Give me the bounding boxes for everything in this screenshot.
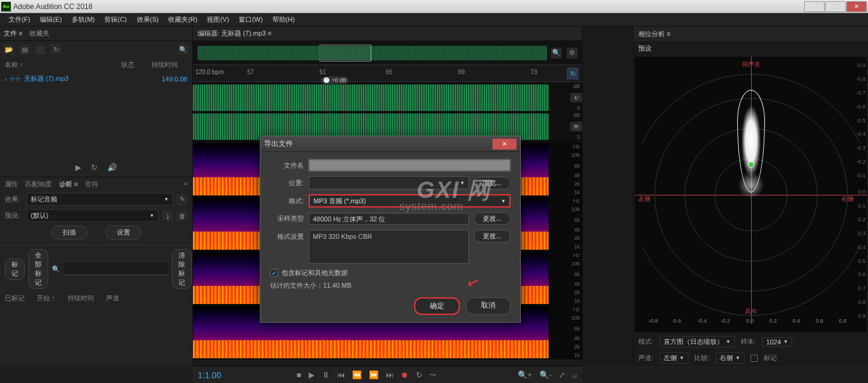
phase-y-tick: -0.9: [856, 62, 866, 68]
loop-icon[interactable]: ↻: [91, 163, 98, 172]
change-format-button[interactable]: 更改...: [474, 230, 511, 242]
minimize-button[interactable]: —: [804, 1, 825, 12]
menu-file[interactable]: 文件(F): [4, 14, 35, 25]
open-file-icon[interactable]: 📂: [4, 44, 14, 55]
mark-button[interactable]: 标记: [5, 258, 25, 280]
search-input[interactable]: [64, 263, 168, 275]
maximize-button[interactable]: ▢: [825, 1, 846, 12]
col-name[interactable]: 名称 ↑: [5, 60, 121, 69]
freq-label: 4k: [574, 173, 580, 179]
menu-multitrack[interactable]: 多轨(M): [67, 14, 100, 25]
mark-checkbox[interactable]: [750, 355, 758, 362]
scan-button[interactable]: 扫描: [51, 226, 87, 239]
phase-scope[interactable]: 同声道 左侧 右侧 反向 -0.9 -0.8 -0.7 -0.6 -0.5 -0…: [635, 57, 867, 332]
waveform-display[interactable]: L 🕐+0 dB R dB - ∞ -3 dB - ∞ -3: [193, 82, 582, 142]
gear-icon[interactable]: ✎: [177, 194, 187, 205]
record-icon[interactable]: ⬚: [35, 44, 46, 55]
menu-edit[interactable]: 编辑(E): [35, 14, 67, 25]
phase-preset-label: 预设: [638, 44, 652, 53]
menu-clip[interactable]: 剪辑(C): [99, 14, 131, 25]
selection-indicator[interactable]: [319, 45, 371, 62]
skip-start-button[interactable]: ⏮: [337, 370, 345, 379]
menu-help[interactable]: 帮助(H): [268, 14, 300, 25]
phase-x-tick: 0.0: [746, 318, 754, 324]
expand-icon[interactable]: ›: [5, 75, 7, 83]
bpm-label: 120.0 bpm: [195, 69, 224, 75]
tab-loudness[interactable]: 匹配响度: [25, 180, 52, 189]
col-dur[interactable]: 持续时间: [68, 294, 94, 303]
location-label: 位置:: [270, 179, 304, 188]
preset-dropdown[interactable]: (默认)▼: [27, 209, 159, 222]
record-button[interactable]: ⏺: [401, 370, 409, 379]
search-icon[interactable]: 🔍: [52, 265, 60, 273]
col-marked[interactable]: 已标记: [5, 294, 25, 303]
tab-favorites[interactable]: 收藏夹: [30, 29, 49, 38]
skip-end-button[interactable]: ⏭: [386, 370, 394, 379]
volume-icon[interactable]: 🔊: [107, 163, 117, 172]
clear-marks-button[interactable]: 清除标记: [172, 249, 192, 289]
col-duration[interactable]: 持续时间: [151, 60, 187, 69]
phase-x-tick: -0.6: [672, 318, 682, 324]
settings-icon[interactable]: ⚙: [567, 48, 577, 59]
compare-dropdown[interactable]: 右侧▼: [715, 352, 744, 364]
col-status[interactable]: 状态: [121, 60, 151, 69]
menu-view[interactable]: 视图(V): [202, 14, 234, 25]
editor-tab[interactable]: 编辑器: 无标题 (7).mp3 ≡: [198, 29, 272, 38]
filename-input[interactable]: [309, 159, 511, 171]
ok-button[interactable]: 确定: [414, 297, 460, 315]
dialog-close-button[interactable]: ✕: [492, 139, 517, 150]
settings-button[interactable]: 设置: [105, 226, 142, 239]
all-marks-button[interactable]: 全部标记: [28, 249, 48, 289]
stop-button[interactable]: ■: [297, 370, 301, 379]
tab-diagnostics[interactable]: 诊断 ≡: [59, 180, 78, 189]
phase-title[interactable]: 相位分析 ≡: [638, 30, 670, 39]
skip-selection-button[interactable]: ⤳: [430, 370, 436, 379]
menu-window[interactable]: 窗口(W): [234, 14, 268, 25]
browse-button[interactable]: 浏览...: [474, 177, 511, 189]
overflow-icon[interactable]: »: [184, 180, 187, 189]
play-button[interactable]: ▶: [309, 370, 315, 379]
gain-badge[interactable]: 🕐+0 dB: [321, 77, 349, 84]
loop-toggle-icon[interactable]: ↻: [567, 68, 579, 80]
dialog-title: 导出文件: [264, 139, 492, 149]
zoom-fit-icon[interactable]: ⤢: [559, 370, 565, 379]
effect-label: 效果:: [5, 195, 23, 204]
delete-preset-icon[interactable]: 🗑: [177, 210, 187, 221]
refresh-icon[interactable]: ↻: [51, 44, 61, 55]
pause-button[interactable]: ⏸: [322, 370, 330, 379]
timeline-ruler[interactable]: 120.0 bpm 57 61 65 69 73 ↻: [193, 65, 582, 82]
save-preset-icon[interactable]: ⭳: [162, 210, 173, 221]
change-sample-button[interactable]: 更改...: [474, 212, 511, 225]
cancel-button[interactable]: 取消: [466, 297, 511, 315]
dialog-titlebar[interactable]: 导出文件 ✕: [260, 136, 520, 152]
window-close-button[interactable]: ✕: [846, 1, 867, 12]
tab-files[interactable]: 文件 ≡: [4, 29, 22, 38]
include-metadata-checkbox[interactable]: ✔: [270, 269, 278, 277]
col-start[interactable]: 开始 ↑: [37, 294, 55, 303]
play-icon[interactable]: ▶: [75, 163, 81, 172]
loop-button[interactable]: ↻: [416, 370, 423, 379]
rewind-button[interactable]: ⏪: [352, 370, 362, 379]
tab-notes[interactable]: 音符: [85, 180, 98, 189]
format-settings-value: MP3 320 Kbps CBR: [309, 230, 469, 264]
file-row[interactable]: › ⊹⊹ 无标题 (7).mp3 149:0.08: [0, 72, 192, 86]
samples-dropdown[interactable]: 1024▼: [762, 337, 792, 347]
zoom-sel-icon[interactable]: ⌕: [573, 370, 577, 379]
menu-favorites[interactable]: 收藏夹(R): [163, 14, 202, 25]
location-dropdown[interactable]: ▼: [309, 176, 469, 189]
menu-effects[interactable]: 效果(S): [132, 14, 164, 25]
forward-button[interactable]: ⏩: [369, 370, 379, 379]
channel-dropdown[interactable]: 左侧▼: [659, 352, 688, 364]
format-dropdown[interactable]: MP3 音频 (*.mp3)▼: [309, 194, 511, 207]
left-panel: 文件 ≡ 收藏夹 📂 ▤ ⬚ ↻ 🔍 名称 ↑ 状态 持续时间 › ⊹⊹ 无标题…: [0, 27, 193, 366]
zoom-in-icon[interactable]: 🔍+: [518, 370, 532, 379]
zoom-out-icon[interactable]: 🔍-: [539, 370, 552, 379]
waveform-overview[interactable]: 🔍 ⚙: [193, 41, 582, 65]
effect-dropdown[interactable]: 标记音频▼: [27, 193, 173, 206]
zoom-tool-icon[interactable]: 🔍: [551, 48, 562, 59]
search-icon[interactable]: 🔍: [178, 44, 189, 55]
new-file-icon[interactable]: ▤: [19, 44, 30, 55]
col-channel[interactable]: 声道: [106, 294, 119, 303]
tab-properties[interactable]: 属性: [5, 180, 18, 189]
mode-dropdown[interactable]: 直方图（日志缩放）▼: [659, 336, 735, 347]
